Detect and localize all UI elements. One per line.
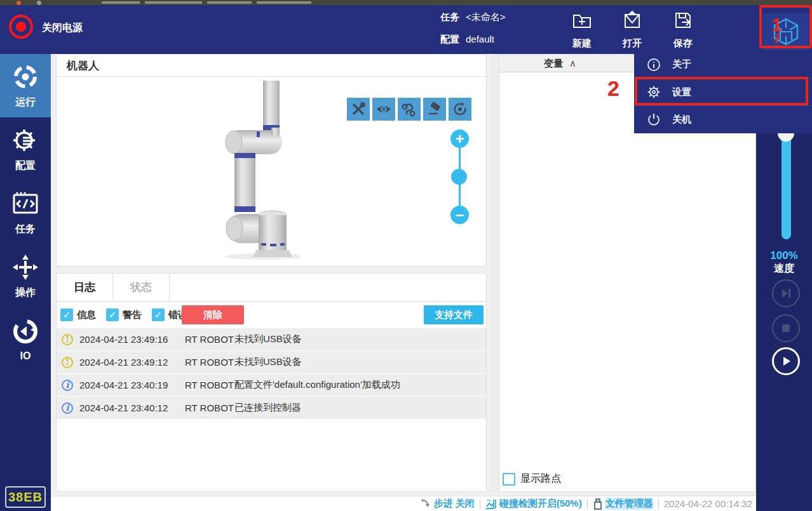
- stop-button[interactable]: [772, 314, 800, 342]
- power-off-button[interactable]: [9, 15, 33, 39]
- minus-icon: −: [450, 206, 469, 224]
- chevron-up-icon: ∧: [569, 58, 576, 69]
- visibility-button[interactable]: [372, 98, 395, 121]
- tab-log[interactable]: 日志: [57, 274, 113, 301]
- move-arrows-icon: [11, 253, 39, 281]
- speed-label: 速度: [756, 262, 812, 275]
- separator: [480, 499, 480, 509]
- reset-view-button[interactable]: [449, 98, 471, 121]
- log-time: 2024-04-21 23:40:12: [79, 402, 168, 413]
- collision-detection-label: 碰撞检测开启(50%): [499, 498, 582, 510]
- collision-icon: [485, 498, 497, 510]
- zoom-in-button[interactable]: +: [450, 129, 469, 148]
- eye-icon: [376, 101, 392, 117]
- window-minimize-icon[interactable]: [37, 1, 41, 5]
- info-icon: [647, 58, 661, 72]
- sidebar-item-run[interactable]: 运行: [0, 54, 51, 117]
- log-filter-row: ✓ 信息 ✓ 警告 ✓ 错误 清除 支持文件: [57, 302, 486, 328]
- log-time: 2024-04-21 23:49:16: [79, 334, 168, 345]
- filter-error-checkbox[interactable]: ✓: [152, 309, 165, 321]
- task-label: 任务: [440, 11, 459, 22]
- open-task-label: 打开: [623, 37, 642, 50]
- new-task-label: 新建: [572, 37, 592, 50]
- menu-item-about-label: 关于: [672, 58, 691, 70]
- window-titlebar: [0, 0, 812, 5]
- sidebar-item-io-label: IO: [20, 350, 31, 362]
- info-icon: i: [62, 402, 73, 414]
- config-value: default: [466, 34, 494, 44]
- app-header: 关闭电源 任务<未命名> 配置default 新建 打开 保存: [0, 5, 812, 54]
- power-off-icon: [16, 22, 26, 32]
- log-source: RT ROBOT: [185, 380, 234, 390]
- log-entry: i 2024-04-21 23:40:12 RT ROBOT 已连接到控制器: [57, 397, 486, 419]
- log-message: 未找到USB设备: [234, 356, 302, 368]
- play-icon: [780, 355, 792, 368]
- log-message: 未找到USB设备: [234, 333, 302, 345]
- variables-scrollbar[interactable]: [491, 54, 499, 492]
- tab-status[interactable]: 状态: [113, 274, 170, 301]
- log-entry-list: ! 2024-04-21 23:49:16 RT ROBOT 未找到USB设备 …: [57, 328, 486, 420]
- log-entry: ! 2024-04-21 23:49:12 RT ROBOT 未找到USB设备: [57, 351, 486, 373]
- show-waypoints-label: 显示路点: [520, 472, 561, 486]
- filter-info-checkbox[interactable]: ✓: [60, 309, 73, 321]
- sidebar-item-io[interactable]: IO: [0, 308, 51, 371]
- log-entry: ! 2024-04-21 23:49:16 RT ROBOT 未找到USB设备: [57, 328, 486, 350]
- zoom-out-button[interactable]: −: [450, 206, 469, 224]
- sidebar-item-operate-label: 操作: [15, 286, 36, 300]
- app-dropdown-menu: 关于 设置 关机: [634, 51, 812, 133]
- robot-panel: 机器人: [56, 54, 487, 267]
- tools-button[interactable]: [347, 98, 370, 121]
- config-row: 配置default: [440, 34, 494, 46]
- open-task-button[interactable]: 打开: [610, 10, 654, 50]
- collision-detection-toggle[interactable]: 碰撞检测开启(50%): [485, 498, 582, 510]
- support-files-button[interactable]: 支持文件: [424, 305, 484, 324]
- warning-icon: !: [62, 334, 73, 345]
- menu-item-about[interactable]: 关于: [634, 51, 812, 78]
- sidebar-item-task[interactable]: 任务: [0, 181, 51, 244]
- annotation-number-2: 2: [607, 76, 619, 101]
- step-forward-button[interactable]: [772, 279, 800, 307]
- step-mode-toggle[interactable]: 步进 关闭: [421, 498, 475, 510]
- variables-title: 变量: [544, 58, 563, 69]
- titlebar-text-remnant: [257, 1, 311, 4]
- variables-collapse-toggle[interactable]: 变量∧: [544, 58, 576, 70]
- new-task-button[interactable]: 新建: [560, 10, 604, 50]
- titlebar-text-remnant: [207, 1, 252, 4]
- show-waypoints-checkbox[interactable]: [503, 473, 515, 486]
- sidebar-item-run-label: 运行: [15, 96, 36, 109]
- task-row: 任务<未命名>: [440, 11, 506, 23]
- separator: [658, 499, 659, 509]
- left-sidebar: 运行 配置 任务: [0, 54, 51, 511]
- sidebar-item-config[interactable]: 配置: [0, 117, 51, 181]
- waypoint-row: 显示路点: [503, 472, 561, 486]
- app-menu-logo-button[interactable]: [762, 13, 809, 50]
- open-file-icon: [622, 10, 642, 30]
- io-cycle-icon: [11, 317, 39, 345]
- menu-item-settings[interactable]: 设置: [634, 78, 812, 105]
- log-time: 2024-04-21 23:49:12: [79, 357, 168, 368]
- zoom-slider-handle[interactable]: [451, 169, 467, 185]
- menu-item-shutdown[interactable]: 关机: [634, 105, 812, 133]
- play-button[interactable]: [772, 347, 800, 375]
- erase-button[interactable]: [423, 98, 446, 121]
- save-task-button[interactable]: 保存: [661, 10, 705, 50]
- robot-arm-model: [217, 81, 299, 262]
- window-close-icon[interactable]: [17, 1, 21, 5]
- robot-panel-title: 机器人: [57, 55, 486, 77]
- separator: [587, 499, 588, 509]
- file-manager-button[interactable]: 文件管理器: [593, 498, 653, 510]
- sidebar-item-operate[interactable]: 操作: [0, 244, 51, 308]
- plus-icon: +: [450, 129, 469, 148]
- speed-percent: 100%: [756, 249, 812, 262]
- filter-info-label: 信息: [77, 309, 96, 321]
- file-manager-label: 文件管理器: [606, 498, 653, 510]
- clear-log-button[interactable]: 清除: [182, 305, 244, 324]
- log-source: RT ROBOT: [185, 334, 234, 345]
- filter-warning-checkbox[interactable]: ✓: [106, 309, 119, 321]
- speed-slider-track[interactable]: [782, 130, 791, 239]
- log-source: RT ROBOT: [185, 402, 234, 413]
- usb-drive-icon: [593, 498, 603, 510]
- path-waypoints-icon: [401, 101, 417, 117]
- path-button[interactable]: [398, 98, 421, 121]
- gear-icon: [647, 85, 661, 99]
